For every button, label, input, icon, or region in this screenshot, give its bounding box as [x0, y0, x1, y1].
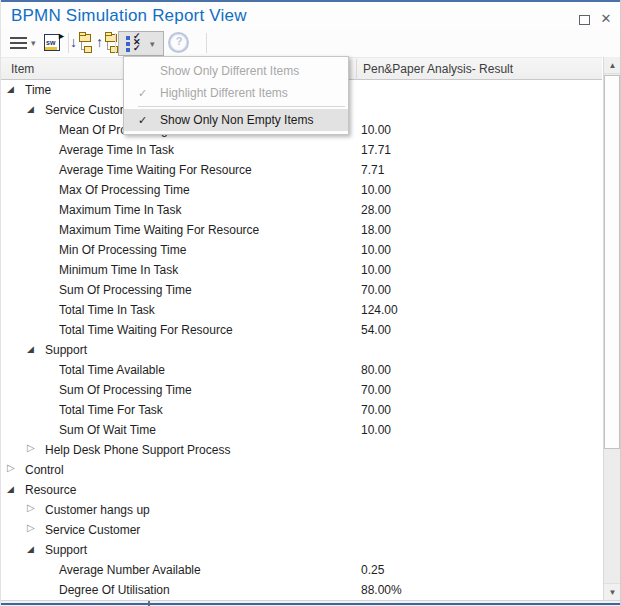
table-row[interactable]: Max Of Processing Time10.00 — [1, 180, 602, 200]
table-row[interactable]: ◢Support — [1, 340, 602, 360]
check-icon: ✓ — [138, 109, 147, 131]
item-label: Support — [45, 343, 87, 357]
tree-expanded-icon[interactable]: ◢ — [7, 483, 19, 495]
chevron-down-icon[interactable]: ▾ — [31, 38, 36, 48]
tree-collapsed-icon[interactable]: ▷ — [7, 462, 19, 474]
table-row[interactable]: Sum Of Processing Time70.00 — [1, 280, 602, 300]
item-label: Total Time In Task — [59, 303, 155, 317]
result-value: 80.00 — [361, 363, 391, 377]
open-simulation-window-button[interactable]: sw ► — [43, 31, 65, 55]
result-value: 7.71 — [361, 163, 384, 177]
result-value: 10.00 — [361, 263, 391, 277]
export-arrow-icon: ► — [57, 31, 66, 41]
item-label: Support — [45, 543, 87, 557]
tree-expanded-icon[interactable]: ◢ — [27, 543, 39, 555]
scrollbar-thumb[interactable] — [604, 75, 620, 449]
result-value: 70.00 — [361, 383, 391, 397]
table-row[interactable]: Sum Of Wait Time10.00 — [1, 420, 602, 440]
item-label: Total Time For Task — [59, 403, 163, 417]
item-label: Help Desk Phone Support Process — [45, 443, 230, 457]
toolbar-separator — [206, 33, 207, 53]
tree-expanded-icon[interactable]: ◢ — [7, 83, 19, 95]
result-value: 124.00 — [361, 303, 398, 317]
table-row[interactable]: Degree Of Utilisation88.00% — [1, 580, 602, 600]
result-value: 10.00 — [361, 183, 391, 197]
menu-item: Show Only Different Items — [124, 60, 348, 82]
item-label: Sum Of Processing Time — [59, 283, 192, 297]
toolbar-separator — [68, 33, 69, 53]
table-row[interactable]: Average Time Waiting For Resource7.71 — [1, 160, 602, 180]
menu-separator — [138, 106, 345, 107]
column-divider[interactable] — [356, 59, 357, 80]
folder-icon — [79, 34, 91, 42]
item-label: Resource — [25, 483, 76, 497]
item-label: Min Of Processing Time — [59, 243, 186, 257]
result-value: 10.00 — [361, 243, 391, 257]
result-value: 54.00 — [361, 323, 391, 337]
table-row[interactable]: Minimum Time In Task10.00 — [1, 260, 602, 280]
splitter-tick[interactable] — [148, 601, 150, 606]
menu-item-label: Show Only Different Items — [160, 60, 299, 82]
scroll-down-icon[interactable]: ▼ — [604, 583, 621, 600]
toolbar-separator — [115, 33, 116, 53]
main-menu-button[interactable] — [9, 31, 29, 55]
menu-item: ✓Highlight Different Items — [124, 82, 348, 104]
table-row[interactable]: Total Time For Task70.00 — [1, 400, 602, 420]
column-header-result[interactable]: Pen&Paper Analysis- Result — [363, 62, 513, 76]
item-label: Average Number Available — [59, 563, 201, 577]
tree-expanded-icon[interactable]: ◢ — [27, 343, 39, 355]
table-row[interactable]: Total Time In Task124.00 — [1, 300, 602, 320]
table-row[interactable]: Total Time Waiting For Resource54.00 — [1, 320, 602, 340]
result-value: 28.00 — [361, 203, 391, 217]
check-icon: ✓ — [138, 82, 147, 104]
tree-collapsed-icon[interactable]: ▷ — [27, 522, 39, 534]
item-label: Maximum Time Waiting For Resource — [59, 223, 259, 237]
table-row[interactable]: Maximum Time In Task28.00 — [1, 200, 602, 220]
menu-item[interactable]: ✓Show Only Non Empty Items — [124, 109, 348, 131]
filter-options-menu: Show Only Different Items✓Highlight Diff… — [123, 56, 349, 135]
maximize-icon[interactable] — [579, 15, 590, 25]
bpmn-simulation-report-window: BPMN Simulation Report View ✕ ▾ sw ► ↓ — [0, 0, 621, 606]
item-label: Time — [25, 83, 51, 97]
window-title: BPMN Simulation Report View — [11, 6, 247, 26]
help-button: ? — [167, 31, 193, 55]
close-icon[interactable]: ✕ — [598, 11, 614, 27]
result-value: 10.00 — [361, 123, 391, 137]
item-label: Max Of Processing Time — [59, 183, 190, 197]
table-row[interactable]: Average Number Available0.25 — [1, 560, 602, 580]
result-value: 10.00 — [361, 423, 391, 437]
item-label: Sum Of Processing Time — [59, 383, 192, 397]
item-label: Degree Of Utilisation — [59, 583, 170, 597]
tree-collapsed-icon[interactable]: ▷ — [27, 442, 39, 454]
result-value: 0.25 — [361, 563, 384, 577]
menu-item-label: Highlight Different Items — [160, 82, 288, 104]
table-row[interactable]: Total Time Available80.00 — [1, 360, 602, 380]
result-value: 18.00 — [361, 223, 391, 237]
table-row[interactable]: ▷Control — [1, 460, 602, 480]
filter-options-button[interactable]: ✓ ✕ ✓ ▾ — [118, 31, 164, 56]
titlebar: BPMN Simulation Report View ✕ — [1, 2, 621, 30]
table-row[interactable]: Average Time In Task17.71 — [1, 140, 602, 160]
table-row[interactable]: ▷Service Customer — [1, 520, 602, 540]
arrow-down-icon: ↓ — [70, 34, 77, 50]
item-label: Maximum Time In Task — [59, 203, 181, 217]
item-label: Total Time Waiting For Resource — [59, 323, 233, 337]
tree-expanded-icon[interactable]: ◢ — [27, 103, 39, 115]
table-row[interactable]: ◢Support — [1, 540, 602, 560]
table-row[interactable]: ▷Customer hangs up — [1, 500, 602, 520]
toolbar: ▾ sw ► ↓ ↑ ✓ ✕ — [1, 30, 621, 57]
scroll-up-icon[interactable]: ▲ — [604, 57, 621, 74]
table-row[interactable]: ◢Resource — [1, 480, 602, 500]
tree-collapsed-icon[interactable]: ▷ — [27, 502, 39, 514]
vertical-scrollbar[interactable]: ▲ ▼ — [603, 57, 620, 600]
column-header-item[interactable]: Item — [11, 62, 34, 76]
table-row[interactable]: Min Of Processing Time10.00 — [1, 240, 602, 260]
result-value: 17.71 — [361, 143, 391, 157]
expand-all-button[interactable]: ↓ — [71, 31, 93, 55]
result-value: 70.00 — [361, 403, 391, 417]
item-label: Sum Of Wait Time — [59, 423, 156, 437]
table-row[interactable]: Maximum Time Waiting For Resource18.00 — [1, 220, 602, 240]
table-row[interactable]: ▷Help Desk Phone Support Process — [1, 440, 602, 460]
table-row[interactable]: Sum Of Processing Time70.00 — [1, 380, 602, 400]
item-label: Minimum Time In Task — [59, 263, 178, 277]
